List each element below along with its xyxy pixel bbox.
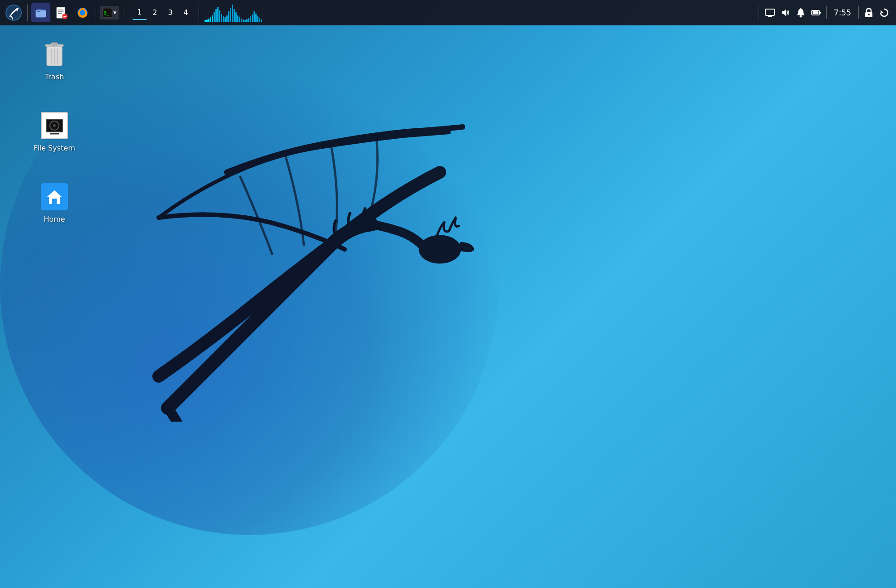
svg-rect-26 [813, 11, 818, 14]
text-editor-button[interactable] [52, 3, 71, 22]
audio-bar [208, 19, 209, 22]
svg-rect-25 [819, 12, 821, 14]
audio-bar [228, 11, 229, 22]
tray-divider-2 [826, 6, 827, 19]
audio-bar [259, 18, 260, 22]
svg-point-3 [6, 5, 21, 20]
audio-bar [205, 20, 206, 22]
system-tray: 7:55 [751, 5, 896, 21]
audio-bar [217, 7, 219, 22]
home-icon-image [40, 182, 69, 211]
filesystem-icon[interactable]: File System [27, 107, 82, 156]
battery-icon[interactable] [810, 6, 823, 19]
divider-1 [27, 5, 28, 21]
audio-bar [252, 15, 253, 22]
audio-bar [246, 19, 248, 22]
divider-2 [96, 5, 96, 21]
audio-bar [219, 10, 220, 22]
audio-bar [237, 15, 239, 22]
audio-bar [226, 15, 228, 22]
audio-bar [255, 14, 257, 22]
svg-point-39 [53, 124, 56, 127]
clock: 7:55 [830, 8, 855, 17]
audio-bar [261, 19, 262, 22]
svg-rect-42 [52, 199, 57, 204]
file-manager-button[interactable] [31, 3, 50, 22]
workspace-2[interactable]: 2 [148, 5, 162, 20]
tray-divider-1 [759, 5, 759, 21]
audio-bar [250, 16, 251, 22]
audio-bar [248, 18, 249, 22]
svg-marker-29 [881, 10, 883, 13]
taskbar-left: $_ ▾ [0, 3, 129, 23]
workspace-4[interactable]: 4 [179, 5, 193, 20]
audio-bar [221, 14, 222, 22]
audio-bar [224, 17, 226, 22]
taskbar: $_ ▾ 1 2 3 4 [0, 0, 896, 25]
audio-bar [215, 9, 217, 22]
divider-4 [199, 5, 199, 21]
svg-point-4 [16, 9, 18, 11]
svg-marker-21 [782, 10, 786, 16]
audio-bar [223, 16, 224, 22]
firefox-button[interactable] [73, 3, 92, 22]
svg-rect-36 [47, 47, 62, 49]
audio-bar [241, 19, 242, 22]
audio-bar [232, 5, 233, 22]
workspace-switcher: 1 2 3 4 [129, 5, 197, 20]
volume-icon[interactable] [779, 6, 792, 19]
audio-bar [214, 12, 215, 22]
terminal-dropdown-arrow: ▾ [113, 9, 117, 16]
svg-point-22 [799, 15, 802, 17]
svg-rect-23 [800, 8, 801, 10]
workspace-3[interactable]: 3 [163, 5, 178, 20]
audio-bar [230, 8, 231, 22]
trash-icon[interactable]: Trash [27, 36, 82, 85]
notification-icon[interactable] [794, 6, 807, 19]
svg-point-28 [868, 14, 870, 15]
desktop: $_ ▾ 1 2 3 4 [0, 0, 896, 588]
audio-bar [212, 15, 213, 22]
kali-menu-button[interactable] [4, 3, 24, 23]
audio-bar [243, 19, 244, 22]
audio-bar [253, 11, 255, 22]
svg-rect-31 [51, 43, 58, 45]
desktop-icons: Trash File System [27, 36, 82, 227]
lock-icon[interactable] [862, 6, 875, 19]
audio-bar [206, 19, 208, 22]
divider-3 [123, 5, 123, 21]
audio-visualizer [201, 4, 751, 22]
terminal-button[interactable]: $_ ▾ [100, 6, 119, 19]
svg-rect-18 [765, 9, 774, 15]
filesystem-label: File System [34, 144, 75, 152]
audio-bar [210, 17, 211, 22]
audio-bar [257, 16, 258, 22]
svg-text:$_: $_ [104, 10, 110, 16]
audio-bar [234, 9, 235, 22]
tray-divider-3 [858, 6, 859, 19]
trash-icon-image [40, 40, 69, 69]
workspace-1[interactable]: 1 [132, 5, 147, 20]
trash-label: Trash [45, 73, 64, 81]
refresh-icon[interactable] [878, 6, 891, 19]
home-icon[interactable]: Home [27, 179, 82, 227]
svg-point-2 [445, 243, 448, 246]
audio-bar [239, 17, 240, 22]
filesystem-icon-image [40, 111, 69, 140]
audio-bar [235, 12, 237, 22]
audio-bar [244, 20, 246, 22]
svg-point-15 [80, 10, 85, 15]
svg-point-0 [419, 236, 460, 263]
network-icon[interactable] [764, 6, 776, 19]
kali-dragon [68, 82, 476, 422]
home-label: Home [44, 215, 65, 224]
svg-rect-7 [37, 11, 40, 12]
